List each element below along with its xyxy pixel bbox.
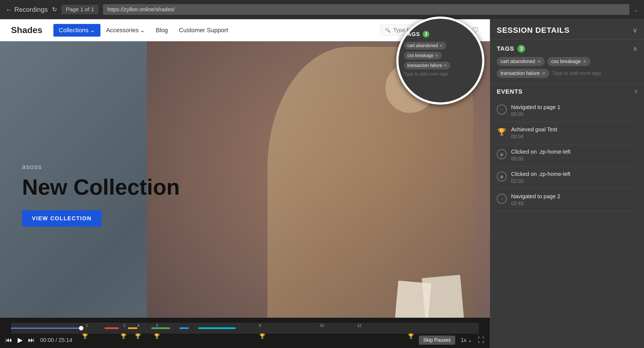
event-time-5: 02:43 [511, 201, 637, 206]
timeline-progress [11, 328, 81, 329]
magnifier-content: TAGS 3 ∧ cart abandoned ✕ css breakage ✕… [399, 19, 482, 83]
magnifier-overlay: TAGS 3 ∧ cart abandoned ✕ css breakage ✕… [396, 17, 484, 105]
color-bar-event1 [105, 327, 119, 329]
refresh-icon: ↻ [52, 6, 57, 13]
event-info-3: Clicked on .zp-home-left 00:30 [511, 149, 637, 162]
event-navigate-icon-1: → [497, 105, 507, 115]
event-click-1[interactable]: ◉ Clicked on .zp-home-left 00:30 [497, 144, 637, 167]
play-button[interactable]: ▶ [18, 336, 23, 344]
magnifier-tag-cart: cart abandoned ✕ [404, 42, 446, 50]
event-trophy-icon: 🏆 [497, 127, 507, 137]
marker-10: 10 [320, 323, 324, 328]
back-button[interactable]: ← Recordings [6, 6, 48, 13]
fullscreen-button[interactable]: ⛶ [478, 336, 484, 344]
tags-label: TAGS [497, 45, 514, 52]
url-chevron-icon: ⌄ [634, 6, 638, 13]
marker-1: 1 [86, 323, 88, 328]
marker-9: 9 [259, 323, 261, 328]
trophy-marker-1: 🏆 [82, 333, 88, 339]
tags-header: TAGS 3 ∧ [497, 45, 637, 53]
tags-collapse-button[interactable]: ∧ [633, 45, 637, 52]
nav-blog[interactable]: Blog [150, 24, 173, 37]
recordings-label: Recordings [14, 6, 48, 13]
timeline-track[interactable]: 1 2 4 5 9 10 12 [11, 323, 479, 334]
session-title: SESSION DETAILS [497, 26, 570, 35]
tag-css-breakage-label: css breakage [551, 59, 581, 64]
magnifier-tags-input[interactable] [404, 72, 459, 77]
event-navigate-1[interactable]: → Navigated to page 1 00:00 [497, 100, 637, 122]
url-bar[interactable] [103, 4, 629, 15]
accessories-chevron-icon: ⌄ [140, 27, 145, 34]
event-click-icon-1: ◉ [497, 149, 507, 159]
magnifier-tags-label: TAGS [404, 31, 420, 37]
events-header: EVENTS ▿ [497, 88, 637, 95]
nav-customer-support[interactable]: Customer Support [173, 24, 234, 37]
trophy-marker-4: 🏆 [154, 333, 160, 339]
time-display: 00:00 / 25:14 [40, 337, 72, 343]
marker-5: 5 [156, 323, 158, 328]
nav-collections[interactable]: Collections ⌄ [53, 24, 101, 37]
timeline-container[interactable]: 1 2 4 5 9 10 12 🏆 🏆 🏆 🏆 🏆 🏆 [6, 320, 484, 332]
trophy-marker-3: 🏆 [135, 333, 141, 339]
navigate-circle-icon-2: → [497, 194, 507, 204]
event-navigate-icon-2: → [497, 194, 507, 204]
skip-pauses-button[interactable]: Skip Pauses [419, 336, 455, 345]
skip-forward-button[interactable]: ⏭ [28, 336, 35, 344]
tag-css-breakage-remove[interactable]: ✕ [583, 59, 586, 64]
marker-2: 2 [123, 323, 125, 328]
playback-controls: ⏮ ▶ ⏭ 00:00 / 25:14 Skip Pauses 1x ⌄ ⛶ [0, 332, 490, 348]
trophy-marker-5: 🏆 [259, 333, 265, 339]
session-panel: SESSION DETAILS ∨ TAGS 3 ∧ cart abandone… [490, 19, 644, 348]
tags-count-badge: 3 [517, 45, 525, 53]
speed-button[interactable]: 1x ⌄ [461, 337, 472, 343]
event-trophy-1[interactable]: 🏆 Achieved goal Test 00:04 [497, 122, 637, 144]
event-click-2[interactable]: ◉ Clicked on .zp-home-left 02:03 [497, 167, 637, 189]
magnifier-tags: TAGS 3 ∧ cart abandoned ✕ css breakage ✕… [404, 31, 477, 77]
tag-transaction-failure-remove[interactable]: ✕ [542, 71, 545, 76]
refresh-button[interactable]: ↻ [52, 6, 57, 13]
click-circle-icon-2: ◉ [497, 172, 507, 181]
navigate-circle-icon: → [497, 105, 507, 115]
color-bar-event5 [198, 327, 236, 329]
magnifier-tag-transaction: transaction failure ✕ [404, 62, 450, 69]
timeline-thumb[interactable] [79, 326, 83, 330]
click-circle-icon-1: ◉ [497, 149, 507, 159]
tags-section: TAGS 3 ∧ cart abandoned ✕ css breakage ✕… [490, 39, 644, 84]
back-arrow-icon: ← [6, 6, 12, 13]
tag-css-breakage: css breakage ✕ [547, 57, 590, 66]
event-info-4: Clicked on .zp-home-left 02:03 [511, 171, 637, 184]
nav-accessories[interactable]: Accessories ⌄ [100, 24, 150, 37]
view-collection-button[interactable]: VIEW COLLECTION [22, 210, 102, 227]
magnifier-tag-css: css breakage ✕ [404, 52, 442, 59]
tag-cart-abandoned-label: cart abandoned [501, 59, 535, 64]
magnifier-tags-count: 3 [423, 31, 429, 37]
hero-content: asoss New Collection VIEW COLLECTION [0, 146, 202, 243]
skip-back-button[interactable]: ⏮ [6, 336, 12, 344]
tags-input[interactable] [552, 70, 616, 76]
marker-12: 12 [357, 323, 362, 328]
collapse-button[interactable]: ∨ [632, 26, 637, 34]
hero-subtitle: asoss [22, 163, 180, 171]
marker-4: 4 [137, 323, 140, 328]
color-bar-event3 [151, 327, 170, 329]
playback-bar: 1 2 4 5 9 10 12 🏆 🏆 🏆 🏆 🏆 🏆 [0, 318, 490, 348]
site-logo: Shades [11, 25, 42, 35]
collections-chevron-icon: ⌄ [90, 27, 95, 34]
event-name-1: Navigated to page 1 [511, 104, 637, 110]
session-header: SESSION DETAILS ∨ [490, 19, 644, 39]
events-section: EVENTS ▿ → Navigated to page 1 00:00 🏆 [490, 84, 644, 348]
tag-cart-abandoned: cart abandoned ✕ [497, 57, 545, 66]
event-info-1: Navigated to page 1 00:00 [511, 104, 637, 117]
event-name-2: Achieved goal Test [511, 126, 637, 133]
magnifier-tag-cart-remove[interactable]: ✕ [440, 44, 443, 48]
page-indicator: Page 1 of 1 [61, 5, 98, 14]
tag-cart-abandoned-remove[interactable]: ✕ [537, 59, 541, 64]
color-bar-event4 [179, 327, 189, 329]
magnifier-tag-css-remove[interactable]: ✕ [435, 53, 438, 58]
tag-transaction-failure: transaction failure ✕ [497, 69, 549, 78]
magnifier-tags-row: cart abandoned ✕ css breakage ✕ transact… [404, 42, 477, 77]
magnifier-tag-transaction-remove[interactable]: ✕ [444, 63, 447, 68]
event-click-icon-2: ◉ [497, 172, 507, 181]
event-navigate-2[interactable]: → Navigated to page 2 02:43 [497, 189, 637, 211]
events-filter-button[interactable]: ▿ [634, 88, 637, 95]
